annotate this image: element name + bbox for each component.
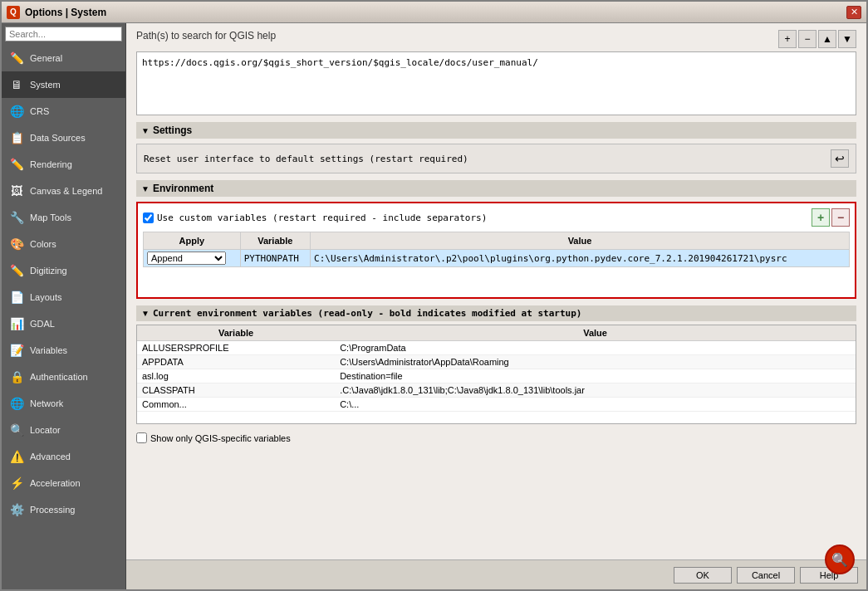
env-apply-cell[interactable]: Append Prepend Overwrite <box>144 250 241 267</box>
env-col-apply: Apply <box>144 232 241 250</box>
variables-icon: 📝 <box>8 342 25 359</box>
search-input[interactable] <box>5 27 122 42</box>
bottom-bar: OK Cancel Help <box>126 559 866 589</box>
table-row[interactable]: Append Prepend Overwrite PYTHONPATH C:\U… <box>144 250 850 267</box>
table-row: CLASSPATH .C:\Java8\jdk1.8.0_131\lib;C:\… <box>137 383 856 398</box>
sidebar-item-acceleration[interactable]: ⚡ Acceleration <box>2 470 125 496</box>
window-title: Options | System <box>25 7 846 18</box>
environment-section-title: Environment <box>153 183 213 194</box>
canvas-legend-icon: 🖼 <box>8 183 25 199</box>
gdal-icon: 📊 <box>8 315 25 332</box>
sidebar-item-map-tools[interactable]: 🔧 Map Tools <box>2 204 125 231</box>
env-checkbox[interactable] <box>143 212 154 223</box>
cancel-button[interactable]: Cancel <box>737 567 795 584</box>
env-header: Use custom variables (restart required -… <box>143 208 850 227</box>
env-add-button[interactable]: + <box>812 208 830 227</box>
colors-icon: 🎨 <box>8 236 25 252</box>
general-icon: ✏️ <box>8 50 25 66</box>
reset-text: Reset user interface to default settings… <box>144 154 468 164</box>
cur-env-header[interactable]: ▼ Current environment variables (read-on… <box>136 305 856 321</box>
processing-icon: ⚙️ <box>8 501 25 518</box>
cur-env-label: Current environment variables (read-only… <box>153 308 582 319</box>
sidebar-label-system: System <box>30 80 61 90</box>
sidebar-item-rendering[interactable]: ✏️ Rendering <box>2 151 125 178</box>
env-checkbox-row: Use custom variables (restart required -… <box>143 212 487 223</box>
sidebar-item-crs[interactable]: 🌐 CRS <box>2 98 125 125</box>
url-box: https://docs.qgis.org/$qgis_short_versio… <box>136 51 856 115</box>
remove-path-button[interactable]: − <box>798 30 817 48</box>
table-row: ALLUSERSPROFILE C:\ProgramData <box>137 341 856 355</box>
close-button[interactable]: ✕ <box>846 6 861 19</box>
env-delete-button[interactable]: − <box>831 208 850 227</box>
ok-button[interactable]: OK <box>674 567 732 584</box>
cur-env-table-container[interactable]: Variable Value ALLUSERSPROFILE C:\Progra… <box>136 325 856 424</box>
data-sources-icon: 📋 <box>8 129 25 146</box>
sidebar-item-data-sources[interactable]: 📋 Data Sources <box>2 125 125 151</box>
right-panel: Path(s) to search for QGIS help + − ▲ ▼ … <box>126 23 866 589</box>
app-icon: Q <box>7 6 20 19</box>
sidebar: ✏️ General 🖥 System 🌐 CRS 📋 Data Sources… <box>2 23 126 589</box>
cur-var-allusers: ALLUSERSPROFILE <box>137 341 335 355</box>
red-search-button[interactable]: 🔍 <box>825 545 855 574</box>
rendering-icon: ✏️ <box>8 156 25 173</box>
sidebar-label-rendering: Rendering <box>30 159 72 169</box>
environment-arrow-icon: ▼ <box>141 184 150 193</box>
url-value: https://docs.qgis.org/$qgis_short_versio… <box>142 57 851 68</box>
sidebar-label-crs: CRS <box>30 106 49 116</box>
paths-label: Path(s) to search for QGIS help <box>136 30 276 42</box>
sidebar-item-locator[interactable]: 🔍 Locator <box>2 417 125 443</box>
sidebar-item-advanced[interactable]: ⚠️ Advanced <box>2 443 125 470</box>
env-variable-cell: PYTHONPATH <box>240 250 310 267</box>
sidebar-label-network: Network <box>30 398 63 408</box>
cur-val-asllog: Destination=file <box>335 369 856 383</box>
sidebar-item-gdal[interactable]: 📊 GDAL <box>2 310 125 337</box>
sidebar-item-variables[interactable]: 📝 Variables <box>2 337 125 364</box>
sidebar-item-layouts[interactable]: 📄 Layouts <box>2 284 125 310</box>
env-col-value: Value <box>311 232 850 250</box>
sidebar-label-advanced: Advanced <box>30 452 71 462</box>
cur-var-appdata: APPDATA <box>137 355 335 369</box>
sidebar-item-processing[interactable]: ⚙️ Processing <box>2 496 125 523</box>
acceleration-icon: ⚡ <box>8 475 25 491</box>
sidebar-label-gdal: GDAL <box>30 319 55 329</box>
cur-val-appdata: C:\Users\Administrator\AppData\Roaming <box>335 355 856 369</box>
env-col-variable: Variable <box>240 232 310 250</box>
apply-select[interactable]: Append Prepend Overwrite <box>147 252 226 265</box>
show-qgis-checkbox[interactable] <box>136 432 147 443</box>
sidebar-item-system[interactable]: 🖥 System <box>2 71 125 98</box>
cur-val-classpath: .C:\Java8\jdk1.8.0_131\lib;C:\Java8\jdk1… <box>335 383 856 398</box>
network-icon: 🌐 <box>8 395 25 412</box>
sidebar-item-authentication[interactable]: 🔒 Authentication <box>2 364 125 390</box>
paths-header-row: Path(s) to search for QGIS help + − ▲ ▼ <box>136 30 856 48</box>
add-path-button[interactable]: + <box>778 30 797 48</box>
settings-section-header[interactable]: ▼ Settings <box>136 122 856 139</box>
settings-row: Reset user interface to default settings… <box>136 144 856 173</box>
env-buttons: + − <box>812 208 850 227</box>
sidebar-item-general[interactable]: ✏️ General <box>2 45 125 71</box>
sidebar-item-canvas-legend[interactable]: 🖼 Canvas & Legend <box>2 178 125 204</box>
panel-content: Path(s) to search for QGIS help + − ▲ ▼ … <box>126 23 866 559</box>
cur-env-table: Variable Value ALLUSERSPROFILE C:\Progra… <box>137 325 856 412</box>
sidebar-label-authentication: Authentication <box>30 372 88 382</box>
reset-button[interactable]: ↩ <box>831 149 849 168</box>
move-down-button[interactable]: ▼ <box>838 30 856 48</box>
sidebar-item-digitizing[interactable]: ✏️ Digitizing <box>2 257 125 284</box>
sidebar-label-canvas-legend: Canvas & Legend <box>30 186 102 196</box>
digitizing-icon: ✏️ <box>8 262 25 279</box>
cur-var-common: Common... <box>137 398 335 412</box>
cur-col-variable: Variable <box>137 325 335 341</box>
sidebar-item-colors[interactable]: 🎨 Colors <box>2 231 125 257</box>
environment-section-header[interactable]: ▼ Environment <box>136 180 856 197</box>
move-up-button[interactable]: ▲ <box>818 30 836 48</box>
environment-section: Use custom variables (restart required -… <box>136 202 856 299</box>
map-tools-icon: 🔧 <box>8 209 25 226</box>
cur-var-asllog: asl.log <box>137 369 335 383</box>
sidebar-item-network[interactable]: 🌐 Network <box>2 390 125 417</box>
paths-toolbar: + − ▲ ▼ <box>778 30 856 48</box>
authentication-icon: 🔒 <box>8 369 25 385</box>
locator-icon: 🔍 <box>8 422 25 438</box>
sidebar-label-digitizing: Digitizing <box>30 266 67 276</box>
crs-icon: 🌐 <box>8 103 25 120</box>
system-icon: 🖥 <box>8 76 25 93</box>
advanced-icon: ⚠️ <box>8 448 25 465</box>
